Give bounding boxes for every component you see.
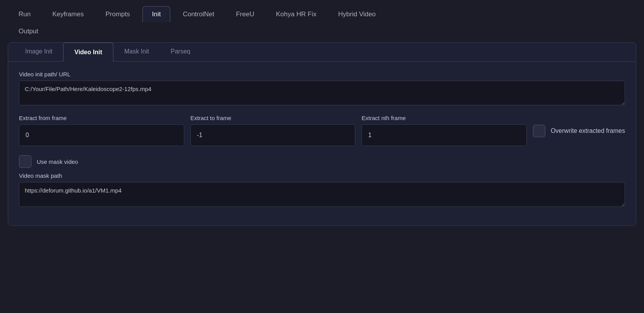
extract-from-input[interactable] bbox=[19, 124, 184, 146]
extract-to-input[interactable] bbox=[190, 124, 356, 146]
tab-controlnet[interactable]: ControlNet bbox=[173, 7, 223, 22]
overwrite-checkbox[interactable] bbox=[533, 125, 545, 137]
tab-freeu[interactable]: FreeU bbox=[227, 7, 264, 22]
sub-tab-mask-init[interactable]: Mask Init bbox=[113, 43, 160, 61]
extract-to-label: Extract to frame bbox=[190, 115, 356, 121]
video-path-label: Video init path/ URL bbox=[19, 71, 625, 77]
tab-prompts[interactable]: Prompts bbox=[96, 7, 139, 22]
tab-output[interactable]: Output bbox=[9, 24, 48, 39]
nav-row-1: Run Keyframes Prompts Init ControlNet Fr… bbox=[9, 6, 635, 22]
frame-controls-row: Extract from frame Extract to frame Extr… bbox=[19, 115, 625, 146]
extract-nth-label: Extract nth frame bbox=[361, 115, 527, 121]
overwrite-section: Overwrite extracted frames bbox=[533, 115, 625, 137]
tab-init[interactable]: Init bbox=[142, 6, 171, 22]
video-mask-path-input[interactable] bbox=[19, 182, 625, 207]
video-mask-path-field: Video mask path bbox=[19, 172, 625, 208]
use-mask-label: Use mask video bbox=[37, 158, 78, 165]
sub-tab-bar: Image Init Video Init Mask Init Parseq bbox=[8, 43, 636, 62]
extract-from-label: Extract from frame bbox=[19, 115, 184, 121]
video-path-input[interactable] bbox=[19, 81, 625, 105]
nav-row-2: Output bbox=[9, 22, 48, 39]
tab-keyframes[interactable]: Keyframes bbox=[43, 7, 93, 22]
tab-hybrid[interactable]: Hybrid Video bbox=[329, 7, 385, 22]
video-mask-path-label: Video mask path bbox=[19, 172, 625, 179]
overwrite-label: Overwrite extracted frames bbox=[551, 127, 625, 135]
sub-tab-parseq[interactable]: Parseq bbox=[160, 43, 201, 61]
extract-nth-input[interactable] bbox=[361, 124, 527, 146]
use-mask-section: Use mask video bbox=[19, 155, 625, 168]
sub-tab-image-init[interactable]: Image Init bbox=[14, 43, 63, 61]
video-init-content: Video init path/ URL Extract from frame … bbox=[8, 62, 636, 218]
video-path-field: Video init path/ URL bbox=[19, 71, 625, 107]
extract-from-field: Extract from frame bbox=[19, 115, 184, 146]
tab-run[interactable]: Run bbox=[9, 7, 40, 22]
tab-kohya[interactable]: Kohya HR Fix bbox=[267, 7, 326, 22]
extract-nth-field: Extract nth frame bbox=[361, 115, 527, 146]
main-panel: Image Init Video Init Mask Init Parseq V… bbox=[8, 42, 636, 226]
use-mask-checkbox[interactable] bbox=[19, 155, 31, 168]
top-navigation: Run Keyframes Prompts Init ControlNet Fr… bbox=[0, 0, 644, 42]
extract-to-field: Extract to frame bbox=[190, 115, 356, 146]
sub-tab-video-init[interactable]: Video Init bbox=[63, 43, 113, 62]
